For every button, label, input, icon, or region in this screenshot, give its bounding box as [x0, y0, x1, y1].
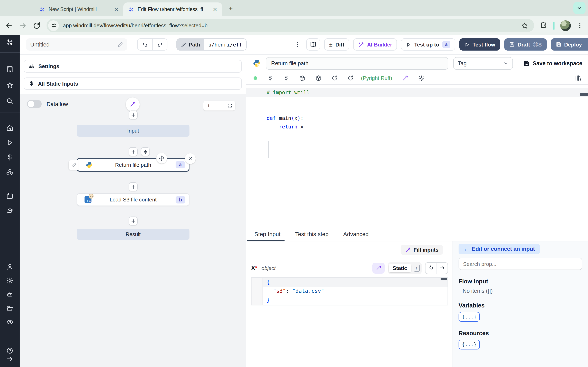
search-icon[interactable] [6, 98, 13, 105]
workspace-icon[interactable] [6, 66, 13, 73]
package-icon[interactable] [299, 75, 305, 81]
ai-fill-arg-button[interactable] [372, 262, 384, 273]
diff-button[interactable]: ± Diff [324, 38, 349, 50]
json-scrollbar[interactable] [441, 278, 447, 280]
browser-menu-icon[interactable] [577, 22, 583, 29]
variables-braces-button[interactable]: {...} [458, 312, 480, 322]
user-icon[interactable] [6, 263, 13, 270]
arg-json-editor[interactable]: { "s3": "data.csv"} [251, 277, 448, 305]
settings-gear-icon[interactable] [6, 277, 13, 284]
avatar[interactable] [560, 20, 571, 31]
resources-braces-button[interactable]: {...} [458, 340, 480, 350]
expand-sidebar-icon[interactable] [6, 355, 13, 363]
package-icon[interactable] [315, 75, 322, 81]
tab-close-icon[interactable]: ✕ [212, 6, 218, 12]
variables-icon[interactable] [6, 154, 13, 161]
workers-robot-icon[interactable] [6, 291, 13, 298]
ai-builder-label: AI Builder [367, 42, 392, 48]
deploy-button[interactable]: Deploy [551, 38, 588, 50]
test-flow-button[interactable]: Test flow [459, 38, 500, 50]
zoom-out-button[interactable]: − [214, 101, 225, 110]
audit-eye-icon[interactable] [6, 318, 13, 326]
lint-status[interactable]: (Pyright Ruff) [361, 75, 392, 81]
static-expr-toggle: Static ƒ [388, 262, 422, 274]
step-name-input[interactable] [266, 57, 448, 69]
redo-button[interactable] [152, 39, 167, 50]
app-sidebar [0, 35, 20, 367]
browser-tab-new-script[interactable]: New Script | Windmill ✕ [34, 2, 123, 16]
help-icon[interactable] [6, 347, 13, 354]
browser-tab-edit-flow[interactable]: Edit Flow u/henri/effortless_fl ✕ [123, 2, 222, 16]
search-prop-input[interactable] [458, 258, 582, 270]
home-icon[interactable] [6, 124, 13, 132]
add-trigger-button[interactable] [141, 147, 150, 156]
test-up-to-button[interactable]: Test up to a [401, 38, 456, 50]
add-step-button[interactable] [129, 182, 138, 191]
tab-close-icon[interactable]: ✕ [113, 6, 119, 12]
flow-node-step-b[interactable]: TS Load S3 file content b [77, 193, 190, 206]
schedules-icon[interactable] [6, 192, 13, 200]
expression-option[interactable]: ƒ [412, 263, 421, 272]
library-icon[interactable] [575, 75, 581, 82]
draft-button[interactable]: Draft ⌘S [504, 38, 546, 50]
move-icon [159, 155, 164, 161]
static-option[interactable]: Static [389, 264, 411, 272]
refresh-icon[interactable] [332, 75, 338, 81]
tab-test-this-step[interactable]: Test this step [295, 227, 329, 241]
dataflow-toggle[interactable] [27, 100, 42, 108]
fill-inputs-button[interactable]: Fill inputs [400, 245, 443, 255]
editor-scrollbar[interactable] [580, 93, 588, 96]
bookmark-star-icon[interactable] [521, 22, 528, 29]
add-step-button[interactable] [129, 147, 138, 156]
folders-icon[interactable] [6, 305, 13, 312]
flow-node-result[interactable]: Result [77, 229, 190, 240]
add-step-button[interactable] [129, 110, 138, 119]
runs-icon[interactable] [6, 139, 13, 146]
diff-label: Diff [336, 42, 344, 48]
flow-settings-button[interactable]: Settings [24, 60, 242, 73]
undo-button[interactable] [138, 39, 152, 50]
back-icon[interactable] [5, 21, 13, 30]
extensions-icon[interactable] [540, 22, 548, 29]
browser-tab-strip: New Script | Windmill ✕ Edit Flow u/henr… [0, 0, 588, 16]
windmill-logo[interactable] [5, 38, 14, 47]
node-badge: a [176, 161, 185, 168]
flow-node-input[interactable]: Input [77, 125, 190, 137]
save-to-workspace-button[interactable]: Save to workspace [524, 60, 582, 66]
ai-wand-icon[interactable] [402, 75, 408, 81]
arrow-next-button[interactable] [437, 262, 448, 273]
reload-icon[interactable] [33, 21, 41, 30]
tab-search-button[interactable] [573, 2, 586, 14]
flow-name-field[interactable]: Untitled [26, 38, 127, 50]
path-button[interactable]: Path u/henri/eff [176, 38, 247, 50]
dollar-icon[interactable] [283, 75, 289, 81]
routes-icon[interactable] [6, 208, 13, 215]
tab-step-input[interactable]: Step Input [254, 227, 281, 241]
fit-view-button[interactable] [225, 101, 235, 110]
address-bar[interactable]: app.windmill.dev/flows/edit/u/henri/effo… [47, 19, 534, 32]
code-editor[interactable]: # import wmill def main(x): return x [246, 85, 588, 227]
zoom-in-button[interactable]: + [203, 101, 214, 110]
edit-step-pencil-icon[interactable] [69, 160, 78, 170]
refresh-icon[interactable] [347, 75, 354, 81]
forward-icon[interactable] [19, 21, 27, 30]
dollar-icon[interactable] [267, 75, 273, 81]
delete-step-button[interactable] [185, 153, 196, 164]
move-step-button[interactable] [156, 153, 167, 164]
plug-connect-button[interactable] [425, 262, 437, 273]
edit-or-connect-button[interactable]: ← Edit or connect an input [458, 244, 540, 254]
all-static-inputs-button[interactable]: All Static Inputs [24, 77, 242, 90]
docs-button[interactable] [306, 38, 320, 50]
editor-settings-gear-icon[interactable] [418, 75, 425, 81]
more-menu-icon[interactable]: ⋮ [293, 41, 302, 48]
ai-flow-wand-button[interactable] [126, 98, 140, 111]
site-settings-icon[interactable] [48, 20, 59, 31]
ai-builder-button[interactable]: AI Builder [353, 38, 397, 50]
add-step-button[interactable] [129, 217, 138, 225]
flow-node-step-a[interactable]: Return file path a [77, 158, 190, 172]
favorites-star-icon[interactable] [6, 82, 13, 89]
tab-advanced[interactable]: Advanced [343, 227, 369, 241]
tag-select[interactable]: Tag [453, 57, 513, 69]
new-tab-button[interactable]: + [225, 4, 236, 14]
resources-icon[interactable] [6, 168, 13, 176]
